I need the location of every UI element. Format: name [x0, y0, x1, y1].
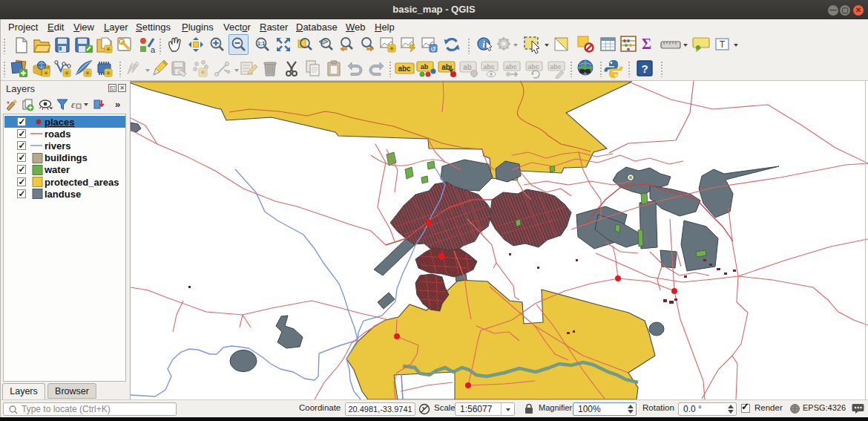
- svg-text:ab: ab: [421, 63, 429, 71]
- svg-text:abc: abc: [483, 63, 495, 71]
- svg-text:1:1: 1:1: [257, 41, 265, 46]
- svg-text:abc: abc: [398, 65, 411, 73]
- svg-text:abc: abc: [550, 63, 562, 71]
- svg-text:i: i: [482, 39, 485, 50]
- svg-text:?: ?: [641, 62, 648, 75]
- svg-text:abc: abc: [505, 63, 517, 71]
- svg-text:T: T: [720, 39, 726, 50]
- svg-text:✳: ✳: [105, 69, 111, 77]
- svg-text:ab: ab: [441, 63, 450, 71]
- svg-text:✳: ✳: [64, 69, 70, 77]
- svg-text:✳: ✳: [389, 45, 395, 53]
- svg-text:✳: ✳: [43, 69, 49, 77]
- svg-text:a: a: [151, 45, 156, 54]
- svg-text:ab: ab: [463, 63, 472, 71]
- svg-text:ε: ε: [71, 99, 76, 110]
- svg-text:✳: ✳: [105, 45, 111, 53]
- svg-text:abc: abc: [527, 63, 539, 71]
- svg-text:✳: ✳: [200, 68, 206, 76]
- svg-text:↺: ↺: [430, 45, 436, 53]
- svg-text:✳: ✳: [85, 69, 91, 77]
